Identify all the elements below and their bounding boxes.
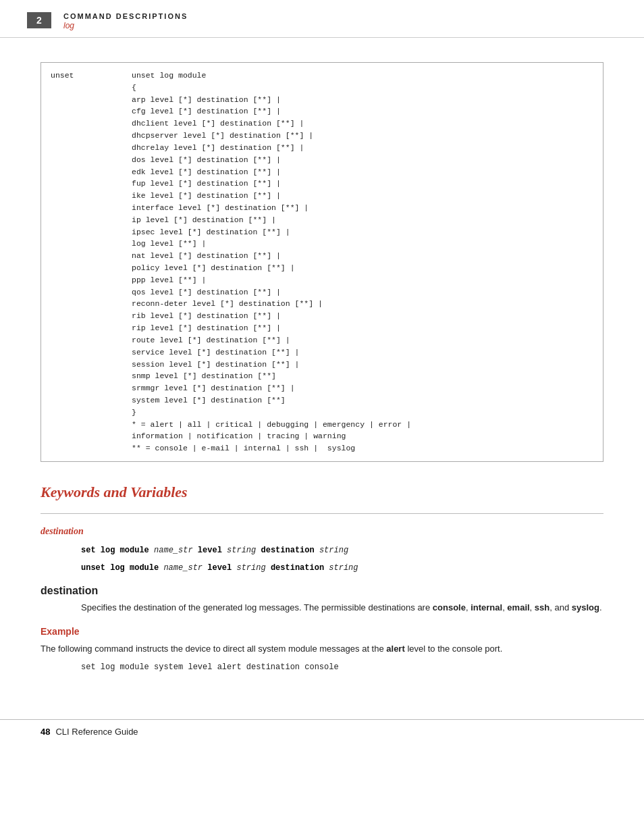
bold-syslog: syslog bbox=[572, 602, 599, 613]
syntax-var-dest-string1: string bbox=[319, 546, 348, 555]
example-code-block: set log module system level alert destin… bbox=[81, 662, 603, 672]
syntax-var-dest-string2: string bbox=[329, 563, 358, 573]
code-content: unset log module { arp level [*] destina… bbox=[132, 70, 593, 454]
chapter-badge: 2 bbox=[27, 12, 51, 28]
destination-italic-heading: destination bbox=[41, 526, 603, 537]
page-footer: 48 CLI Reference Guide bbox=[0, 719, 644, 744]
example-heading: Example bbox=[41, 626, 603, 637]
bold-ssh: ssh bbox=[535, 602, 549, 613]
syntax-kw-dest2: destination bbox=[271, 563, 329, 573]
destination-sub-heading: destination bbox=[41, 585, 603, 597]
footer-page-number: 48 bbox=[41, 727, 50, 737]
footer-doc-title: CLI Reference Guide bbox=[55, 727, 138, 737]
header-title-block: COMMAND DESCRIPTIONS log bbox=[63, 12, 188, 30]
syntax-var-name-str1: name_str bbox=[154, 546, 198, 555]
syntax-kw-set: set log module bbox=[81, 546, 154, 555]
syntax-kw-dest1: destination bbox=[261, 546, 319, 555]
example-paragraph: The following command instructs the devi… bbox=[41, 642, 603, 656]
main-content: unset unset log module { arp level [*] d… bbox=[0, 38, 644, 692]
page-header: 2 COMMAND DESCRIPTIONS log bbox=[0, 0, 644, 38]
bold-internal: internal bbox=[471, 602, 502, 613]
syntax-kw-level1: level bbox=[198, 546, 227, 555]
syntax-var-string1: string bbox=[227, 546, 261, 555]
bold-alert: alert bbox=[386, 644, 404, 654]
code-label: unset bbox=[51, 70, 132, 454]
syntax-kw-level2: level bbox=[207, 563, 236, 573]
section-divider bbox=[41, 513, 603, 514]
keywords-variables-heading: Keywords and Variables bbox=[41, 484, 603, 501]
syntax-set-line: set log module name_str level string des… bbox=[81, 544, 603, 557]
header-subtitle: log bbox=[63, 21, 188, 30]
bold-console: console bbox=[433, 602, 466, 613]
bold-email: email bbox=[507, 602, 529, 613]
syntax-var-name-str2: name_str bbox=[163, 563, 207, 573]
chapter-title: COMMAND DESCRIPTIONS bbox=[63, 12, 188, 20]
syntax-unset-line: unset log module name_str level string d… bbox=[81, 561, 603, 575]
command-code-block: unset unset log module { arp level [*] d… bbox=[41, 62, 603, 462]
destination-description: Specifies the destination of the generat… bbox=[81, 601, 603, 615]
syntax-kw-unset: unset log module bbox=[81, 563, 163, 573]
syntax-var-string2: string bbox=[236, 563, 270, 573]
